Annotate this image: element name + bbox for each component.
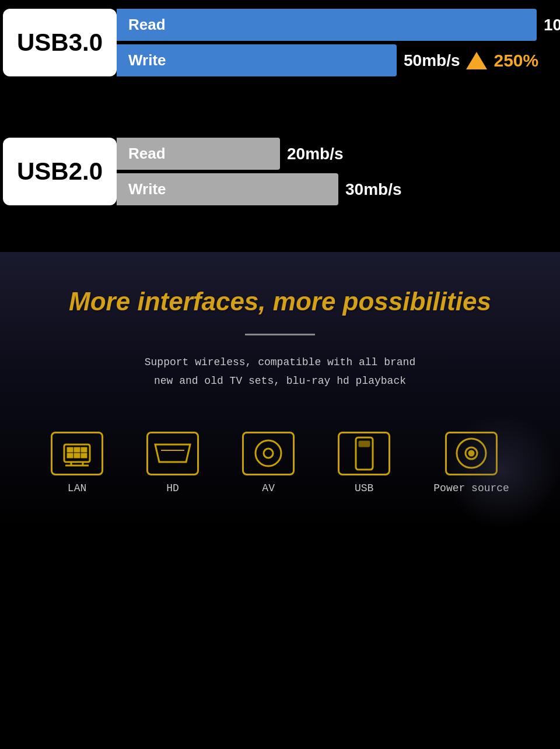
usb2-read-speed: 20mb/s xyxy=(287,145,344,163)
usb3-read-bar: Read xyxy=(117,9,537,41)
icon-item-usb: USB xyxy=(338,432,390,494)
usb3-write-label: Write xyxy=(128,51,166,69)
lan-icon-box xyxy=(51,432,103,475)
usb2-read-bar: Read xyxy=(117,138,280,170)
usb2-write-speed: 30mb/s xyxy=(345,180,402,199)
usb3-read-label: Read xyxy=(128,16,166,34)
subtitle-line2: new and old TV sets, blu-ray hd playback xyxy=(154,375,406,387)
svg-rect-3 xyxy=(82,448,86,452)
av-icon-box xyxy=(242,432,295,475)
usb2-write-bar: Write xyxy=(117,173,338,205)
svg-rect-5 xyxy=(75,454,79,457)
svg-rect-4 xyxy=(68,454,72,457)
hd-label: HD xyxy=(166,482,179,494)
icon-item-hd: HD xyxy=(146,432,199,494)
usb3-write-bar: Write xyxy=(117,44,397,76)
svg-point-17 xyxy=(466,447,477,459)
usb2-bars: Read 20mb/s Write 30mb/s xyxy=(117,138,560,205)
icon-item-av: AV xyxy=(242,432,295,494)
svg-rect-6 xyxy=(82,454,86,457)
svg-marker-10 xyxy=(155,444,190,462)
usb2-read-label: Read xyxy=(128,145,166,163)
usb3-bars: Read 100mb/s 300% Write 50mb/s xyxy=(117,9,560,76)
usb3-read-row: Read 100mb/s 300% xyxy=(117,9,560,41)
usb3-write-speed: 50mb/s xyxy=(404,51,460,70)
hd-icon-box xyxy=(146,432,199,475)
subtitle-text: Support wireless, compatible with all br… xyxy=(47,353,513,391)
svg-point-16 xyxy=(457,439,486,468)
svg-rect-15 xyxy=(359,442,369,446)
icon-item-lan: LAN xyxy=(51,432,103,494)
usb3-write-arrow: 250% xyxy=(466,51,539,71)
usb2-section: USB2.0 Read 20mb/s Write 30mb/s xyxy=(0,120,560,217)
usb3-section: USB3.0 Read 100mb/s 300% Write xyxy=(0,0,560,85)
icon-item-power: Power source xyxy=(433,432,509,494)
usb-icon-box xyxy=(338,432,390,475)
usb2-read-row: Read 20mb/s xyxy=(117,138,560,170)
subtitle-line1: Support wireless, compatible with all br… xyxy=(145,356,415,368)
usb2-write-label: Write xyxy=(128,180,166,198)
usb-label: USB xyxy=(355,482,373,494)
usb3-label: USB3.0 xyxy=(3,9,117,76)
svg-point-13 xyxy=(264,449,273,458)
svg-rect-1 xyxy=(68,448,72,452)
icons-row: LAN HD xyxy=(12,420,548,506)
usb2-write-row: Write 30mb/s xyxy=(117,173,560,205)
power-icon-box xyxy=(445,432,498,475)
usb3-write-row: Write 50mb/s 250% xyxy=(117,44,560,76)
power-label: Power source xyxy=(433,482,509,494)
svg-point-18 xyxy=(469,451,474,456)
usb3-write-percent: 250% xyxy=(494,51,539,71)
arrow-up-icon xyxy=(466,52,487,69)
svg-point-12 xyxy=(256,440,281,466)
more-interfaces-section: More interfaces, more possibilities Supp… xyxy=(0,252,560,529)
main-title: More interfaces, more possibilities xyxy=(12,287,548,316)
usb3-read-speed: 100mb/s xyxy=(544,16,560,34)
av-label: AV xyxy=(262,482,275,494)
svg-rect-2 xyxy=(75,448,79,452)
divider xyxy=(245,334,315,335)
usb2-label: USB2.0 xyxy=(3,138,117,205)
lan-label: LAN xyxy=(68,482,86,494)
page-wrapper: USB3.0 Read 100mb/s 300% Write xyxy=(0,0,560,749)
